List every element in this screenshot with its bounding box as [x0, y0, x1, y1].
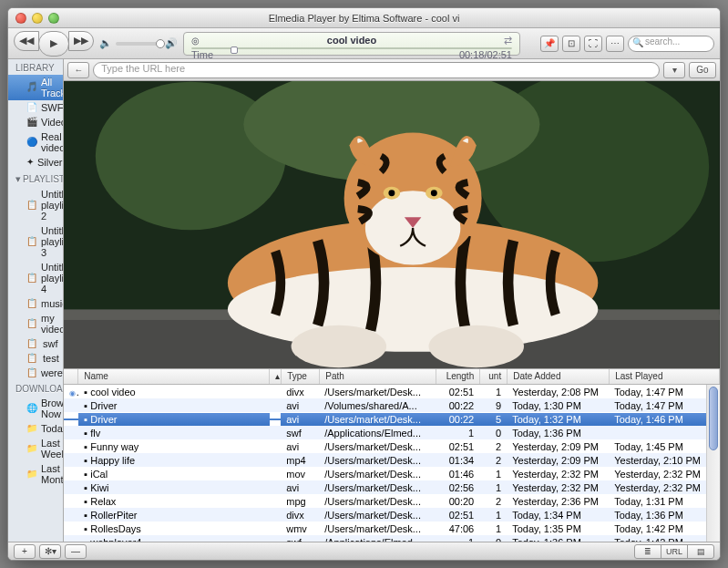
sidebar-item[interactable]: 📁Today: [8, 421, 63, 436]
sidebar-item[interactable]: 📁Last Week: [8, 436, 63, 461]
sidebar-item[interactable]: ✦Silverlight: [8, 155, 63, 170]
file-icon: ▪: [84, 400, 87, 411]
sidebar-item[interactable]: 🔵Real video: [8, 129, 63, 155]
scroll-thumb[interactable]: [709, 387, 718, 450]
titlebar[interactable]: Elmedia Player by Eltima Software - cool…: [8, 8, 720, 28]
table-row[interactable]: ◉▪ cool videodivx/Users/market/Desk...02…: [64, 385, 706, 398]
go-button[interactable]: Go: [689, 62, 716, 78]
sidebar-item-label: test: [43, 353, 59, 364]
sidebar-item[interactable]: 📋my videos: [8, 311, 63, 336]
view-list-button[interactable]: ≣: [634, 544, 661, 559]
sidebar-item[interactable]: 📋test: [8, 351, 63, 366]
fit-button[interactable]: ⊡: [562, 36, 580, 52]
column-unt[interactable]: unt: [480, 369, 508, 384]
sidebar-item[interactable]: 🌐Browse Now: [8, 396, 63, 421]
back-button[interactable]: ←: [67, 62, 89, 78]
cell-path: /Users/market/Desk...: [319, 495, 436, 508]
now-playing-title: cool video: [327, 35, 376, 46]
search-input[interactable]: search...: [628, 36, 714, 52]
sidebar-item[interactable]: 🎵All Tracks: [8, 75, 63, 100]
column-last-played[interactable]: Last Played: [610, 369, 720, 384]
sidebar-item-icon: 📋: [26, 236, 37, 247]
vertical-scrollbar[interactable]: [706, 385, 720, 542]
close-button[interactable]: [15, 13, 26, 24]
table-row[interactable]: ▪ RollesDayswmv/Users/market/Desk...47:0…: [64, 522, 706, 535]
table-row[interactable]: ▪ Driveravi/Volumes/shared/A...00:229Tod…: [64, 398, 706, 412]
cell-length: 02:51: [436, 509, 479, 522]
table-row[interactable]: ▪ Driveravi/Users/market/Desk...00:225To…: [64, 412, 706, 426]
column-playing[interactable]: [64, 369, 78, 384]
cell-length: 02:56: [436, 481, 479, 494]
column-date-added[interactable]: Date Added: [508, 369, 610, 384]
zoom-button[interactable]: [48, 13, 59, 24]
column-path[interactable]: Path: [320, 369, 436, 384]
cell-name: ▪ RollesDays: [78, 522, 270, 535]
video-viewport[interactable]: [64, 81, 720, 368]
playing-indicator: [64, 501, 78, 502]
column-name[interactable]: Name: [78, 369, 270, 384]
sidebar-item[interactable]: 📋Untitled playlist 3: [8, 223, 63, 260]
transport-controls: ◀◀ ▶ ▶▶: [14, 31, 94, 57]
sidebar-item[interactable]: 📋werewr: [8, 366, 63, 380]
settings-button[interactable]: ✻▾: [39, 544, 61, 559]
table-row[interactable]: ▪ Happy lifemp4/Users/market/Desk...01:3…: [64, 453, 706, 467]
file-icon: ▪: [84, 523, 87, 534]
sidebar-item[interactable]: 📋Untitled playlist 2: [8, 187, 63, 223]
sidebar-header: LIBRARY: [8, 59, 63, 75]
cell-name: ▪ Happy life: [78, 454, 270, 467]
table-body[interactable]: ◉▪ cool videodivx/Users/market/Desk...02…: [64, 385, 706, 542]
table-row[interactable]: ▪ iCalmov/Users/market/Desk...01:461Yest…: [64, 467, 706, 480]
table-row[interactable]: ▪ webplayer4swf/Applications/Elmed...10T…: [64, 535, 706, 542]
seek-bar[interactable]: [191, 47, 512, 49]
column-type[interactable]: Type: [282, 369, 320, 384]
cell-date-added: Yesterday, 2:09 PM: [507, 440, 609, 453]
table-row[interactable]: ▪ Funny wayavi/Users/market/Desk...02:51…: [64, 439, 706, 453]
table-row[interactable]: ▪ RollerPiterdivx/Users/market/Desk...02…: [64, 508, 706, 522]
sidebar-item-icon: 📋: [26, 367, 37, 378]
file-icon: ▪: [84, 496, 87, 507]
column-sort-icon[interactable]: ▴: [270, 369, 282, 384]
fullscreen-button[interactable]: ⛶: [584, 36, 602, 52]
sidebar-item[interactable]: 📋music: [8, 296, 63, 311]
more-button[interactable]: ⋯: [606, 36, 624, 52]
cell-date-added: Today, 1:32 PM: [507, 413, 609, 426]
view-url-button[interactable]: URL: [661, 544, 688, 559]
sidebar-item-icon: 🎵: [26, 82, 37, 93]
cell-unt: 1: [479, 481, 507, 494]
next-button[interactable]: ▶▶: [68, 31, 94, 51]
sidebar-item-label: Today: [41, 423, 64, 434]
cell-date-added: Yesterday, 2:36 PM: [507, 495, 609, 508]
sidebar-item-label: Untitled playlist 4: [41, 262, 64, 294]
previous-button[interactable]: ◀◀: [14, 31, 39, 51]
sidebar-header[interactable]: ▾PLAYLISTS: [8, 170, 63, 187]
sidebar-item[interactable]: 📁Last Month: [8, 461, 63, 487]
repeat-icon[interactable]: ⇄: [504, 35, 512, 46]
remove-button[interactable]: —: [65, 544, 87, 559]
file-icon: ▪: [84, 428, 87, 439]
column-length[interactable]: Length: [436, 369, 480, 384]
sidebar-item[interactable]: 📋Untitled playlist 4: [8, 260, 63, 296]
sidebar-item-icon: 🔵: [26, 137, 37, 148]
sidebar-item[interactable]: 🎬Video: [8, 115, 63, 129]
sidebar-item-label: music: [41, 298, 64, 309]
view-grid-button[interactable]: ▤: [687, 544, 714, 559]
volume-control[interactable]: 🔈 🔊: [99, 37, 178, 49]
table-row[interactable]: ▪ flvswf/Applications/Elmed...10Today, 1…: [64, 426, 706, 439]
sidebar-item-icon: 🌐: [26, 403, 37, 414]
pin-button[interactable]: 📌: [540, 36, 559, 52]
playing-indicator: [64, 432, 78, 434]
url-dropdown[interactable]: ▾: [663, 62, 685, 78]
play-button[interactable]: ▶: [38, 31, 69, 57]
playing-indicator: [64, 418, 78, 420]
add-button[interactable]: +: [14, 544, 36, 559]
table-row[interactable]: ▪ Kiwiavi/Users/market/Desk...02:561Yest…: [64, 480, 706, 494]
cell-path: /Users/market/Desk...: [319, 454, 436, 467]
minimize-button[interactable]: [32, 13, 43, 24]
volume-slider[interactable]: [116, 42, 161, 46]
cell-name: ▪ Kiwi: [78, 481, 270, 494]
table-row[interactable]: ▪ Relaxmpg/Users/market/Desk...00:202Yes…: [64, 494, 706, 508]
url-input[interactable]: Type the URL here: [93, 62, 660, 78]
cell-unt: 2: [479, 440, 507, 453]
sidebar-item[interactable]: 📋swf: [8, 336, 63, 351]
sidebar-item[interactable]: 📄SWF: [8, 100, 63, 115]
